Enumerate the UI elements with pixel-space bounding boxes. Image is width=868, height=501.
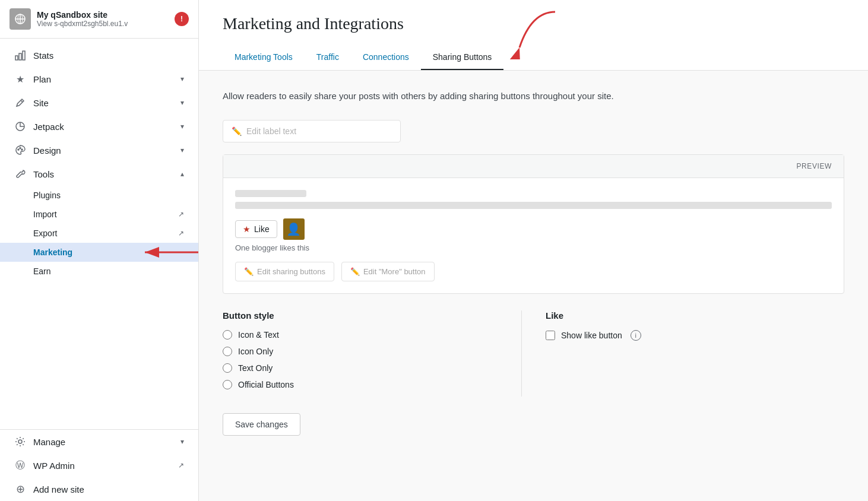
sidebar-item-design[interactable]: Design ▾ <box>0 138 198 162</box>
like-button[interactable]: ★ Like <box>235 220 277 238</box>
sidebar-item-plugins[interactable]: Plugins <box>0 186 198 205</box>
user-avatar-preview: 👤 <box>283 218 305 240</box>
edit-label-placeholder: Edit label text <box>246 126 296 136</box>
site-name: My qSandbox site <box>37 10 128 20</box>
tools-chevron-icon: ▴ <box>180 170 184 178</box>
sidebar-item-jetpack-label: Jetpack <box>33 122 64 132</box>
edit-more-label: Edit "More" button <box>363 267 426 276</box>
save-changes-button[interactable]: Save changes <box>223 413 300 436</box>
sidebar-item-addnewsite-label: Add new site <box>33 484 84 494</box>
svg-rect-4 <box>15 56 18 60</box>
radio-text-only-label: Text Only <box>238 363 273 373</box>
radio-icon-text-label: Icon & Text <box>238 330 279 340</box>
show-like-label: Show like button <box>561 331 622 340</box>
tab-marketing-tools[interactable]: Marketing Tools <box>223 45 305 70</box>
site-avatar <box>9 8 31 30</box>
export-external-icon: ↗ <box>178 229 184 237</box>
like-heading: Like <box>546 310 844 321</box>
manage-icon <box>14 436 26 448</box>
sidebar-item-marketing[interactable]: Marketing <box>0 243 198 262</box>
radio-official-label: Official Buttons <box>238 380 294 389</box>
svg-point-10 <box>21 149 23 150</box>
tab-connections[interactable]: Connections <box>351 45 421 70</box>
design-icon <box>14 144 26 156</box>
radio-icon-text-input[interactable] <box>223 330 232 340</box>
site-icon <box>14 97 26 109</box>
preview-label: PREVIEW <box>223 155 844 178</box>
sidebar-item-manage[interactable]: Manage ▾ <box>0 430 198 454</box>
sidebar-item-manage-label: Manage <box>33 437 65 447</box>
sidebar-item-import[interactable]: Import ↗ <box>0 205 198 224</box>
radio-text-only-input[interactable] <box>223 363 232 373</box>
skeleton-line-long <box>235 202 832 209</box>
sidebar-item-jetpack[interactable]: Jetpack ▾ <box>0 115 198 138</box>
radio-icon-only-input[interactable] <box>223 347 232 356</box>
page-header: Marketing and Integrations Marketing Too… <box>199 0 868 71</box>
like-button-label: Like <box>254 224 270 234</box>
edit-more-pencil-icon: ✏️ <box>350 267 360 276</box>
edit-sharing-button[interactable]: ✏️ Edit sharing buttons <box>235 262 334 281</box>
radio-official-input[interactable] <box>223 380 232 389</box>
button-style-col: Button style Icon & Text Icon Only Text … <box>223 310 521 397</box>
import-external-icon: ↗ <box>178 210 184 218</box>
svg-point-12 <box>18 440 22 443</box>
add-site-icon: ⊕ <box>14 483 26 495</box>
wp-icon: Ⓦ <box>14 459 26 471</box>
manage-chevron-icon: ▾ <box>180 437 184 446</box>
site-url: View s-qbdxmt2sgh5bl.eu1.v <box>37 20 128 28</box>
like-info-icon[interactable]: i <box>631 330 641 341</box>
main-content: Marketing and Integrations Marketing Too… <box>199 0 868 501</box>
sidebar-item-stats[interactable]: Stats <box>0 43 198 67</box>
design-chevron-icon: ▾ <box>180 146 184 154</box>
export-label: Export <box>33 229 57 238</box>
sidebar-item-earn[interactable]: Earn <box>0 262 198 281</box>
plugins-label: Plugins <box>33 191 61 200</box>
settings-row: Button style Icon & Text Icon Only Text … <box>223 310 844 397</box>
svg-rect-5 <box>19 53 21 60</box>
like-star-icon: ★ <box>243 224 251 234</box>
site-chevron-icon: ▾ <box>180 99 184 107</box>
tools-icon <box>14 168 26 180</box>
tab-sharing-buttons[interactable]: Sharing Buttons <box>421 45 504 70</box>
import-label: Import <box>33 210 57 219</box>
sidebar-item-export[interactable]: Export ↗ <box>0 224 198 243</box>
wpadmin-external-icon: ↗ <box>178 461 184 470</box>
radio-official[interactable]: Official Buttons <box>223 380 521 389</box>
radio-text-only[interactable]: Text Only <box>223 363 521 373</box>
preview-container: PREVIEW ★ Like 👤 One blogger likes this … <box>223 154 844 294</box>
sidebar-item-tools-label: Tools <box>33 169 54 179</box>
preview-content: ★ Like 👤 One blogger likes this ✏️ Edit … <box>223 178 844 293</box>
like-button-row: ★ Like 👤 <box>235 218 832 240</box>
jetpack-chevron-icon: ▾ <box>180 122 184 131</box>
edit-buttons-row: ✏️ Edit sharing buttons ✏️ Edit "More" b… <box>235 262 832 281</box>
site-info[interactable]: My qSandbox site View s-qbdxmt2sgh5bl.eu… <box>9 8 128 30</box>
sidebar-item-wpadmin-label: WP Admin <box>33 461 75 471</box>
svg-rect-6 <box>23 51 25 60</box>
svg-point-9 <box>20 148 21 149</box>
radio-icon-only[interactable]: Icon Only <box>223 347 521 356</box>
sidebar-nav: Stats ★ Plan ▾ Site ▾ <box>0 39 198 286</box>
sidebar-item-addnewsite[interactable]: ⊕ Add new site <box>0 477 198 501</box>
edit-sharing-pencil-icon: ✏️ <box>244 267 254 276</box>
radio-icon-text[interactable]: Icon & Text <box>223 330 521 340</box>
marketing-container: Marketing <box>0 243 198 262</box>
show-like-option[interactable]: Show like button i <box>546 330 844 341</box>
show-like-checkbox[interactable] <box>546 331 555 340</box>
sidebar-item-stats-label: Stats <box>33 50 53 61</box>
sidebar-item-site[interactable]: Site ▾ <box>0 91 198 115</box>
stats-icon <box>14 49 26 61</box>
edit-more-button[interactable]: ✏️ Edit "More" button <box>341 262 435 281</box>
like-col: Like Show like button i <box>521 310 844 397</box>
sidebar-item-plan[interactable]: ★ Plan ▾ <box>0 67 198 91</box>
jetpack-icon <box>14 121 26 132</box>
radio-icon-only-label: Icon Only <box>238 347 273 356</box>
sidebar-item-tools[interactable]: Tools ▴ <box>0 162 198 186</box>
tab-traffic[interactable]: Traffic <box>305 45 351 70</box>
notification-badge[interactable]: ! <box>175 12 189 26</box>
sidebar-item-wpadmin[interactable]: Ⓦ WP Admin ↗ <box>0 454 198 477</box>
one-blogger-text: One blogger likes this <box>235 243 832 252</box>
plan-chevron-icon: ▾ <box>180 75 184 83</box>
page-description: Allow readers to easily share your posts… <box>223 90 844 103</box>
edit-sharing-label: Edit sharing buttons <box>257 267 325 276</box>
edit-label-input[interactable]: ✏️ Edit label text <box>223 120 401 142</box>
